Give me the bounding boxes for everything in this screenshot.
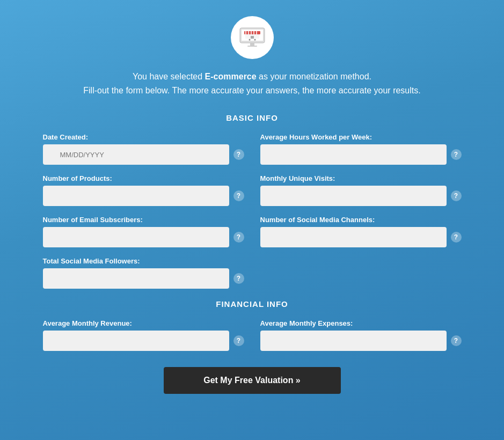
monthly-unique-help-icon[interactable]: ? <box>451 190 462 201</box>
social-channels-input-wrapper: ? <box>260 227 462 247</box>
email-subscribers-group: Number of Email Subscribers: ? <box>43 216 244 247</box>
date-created-group: Date Created: 📅 ? <box>43 133 244 165</box>
email-subscribers-input-wrapper: ? <box>43 227 244 247</box>
avg-hours-label: Average Hours Worked per Week: <box>260 133 462 141</box>
date-created-input-wrapper: 📅 ? <box>43 144 244 165</box>
date-created-label: Date Created: <box>43 133 244 141</box>
social-channels-group: Number of Social Media Channels: ? <box>260 216 462 247</box>
social-followers-group: Total Social Media Followers: ? <box>43 257 244 289</box>
form-row-4: Total Social Media Followers: ? <box>43 257 462 289</box>
svg-point-13 <box>249 39 250 41</box>
monthly-unique-input[interactable] <box>260 186 447 206</box>
social-followers-help-icon[interactable]: ? <box>233 273 244 284</box>
svg-rect-2 <box>250 43 254 46</box>
num-products-input[interactable] <box>43 186 229 206</box>
email-subscribers-help-icon[interactable]: ? <box>233 232 244 243</box>
avg-revenue-help-icon[interactable]: ? <box>233 335 244 346</box>
submit-button[interactable]: Get My Free Valuation » <box>164 367 341 394</box>
svg-rect-12 <box>251 36 254 39</box>
social-channels-input[interactable] <box>260 227 447 247</box>
avg-expenses-label: Average Monthly Expenses: <box>260 319 462 327</box>
monthly-unique-input-wrapper: ? <box>260 186 462 206</box>
num-products-label: Number of Products: <box>43 174 244 182</box>
form-row-3: Number of Email Subscribers: ? Number of… <box>43 216 462 247</box>
financial-info-title: FINANCIAL INFO <box>43 299 462 309</box>
email-subscribers-label: Number of Email Subscribers: <box>43 216 244 224</box>
avg-expenses-help-icon[interactable]: ? <box>451 335 462 346</box>
num-products-group: Number of Products: ? <box>43 174 244 206</box>
avg-hours-help-icon[interactable]: ? <box>451 149 462 160</box>
avg-expenses-input[interactable] <box>260 331 447 351</box>
avg-hours-input-wrapper: ? <box>260 144 462 165</box>
social-followers-label: Total Social Media Followers: <box>43 257 244 265</box>
basic-info-title: BASIC INFO <box>43 113 462 122</box>
email-subscribers-input[interactable] <box>43 227 229 247</box>
num-products-input-wrapper: ? <box>43 186 244 206</box>
avg-expenses-input-wrapper: ? <box>260 331 462 351</box>
social-followers-input[interactable] <box>43 268 229 289</box>
date-wrapper: 📅 <box>43 144 229 165</box>
monthly-unique-label: Monthly Unique Visits: <box>260 174 462 182</box>
intro-text: You have selected E-commerce as your mon… <box>83 70 420 97</box>
avg-hours-input[interactable] <box>260 144 447 165</box>
svg-rect-6 <box>244 31 260 34</box>
form-row-5: Average Monthly Revenue: ? Average Month… <box>43 319 462 351</box>
avg-revenue-label: Average Monthly Revenue: <box>43 319 244 327</box>
avg-revenue-input-wrapper: ? <box>43 331 244 351</box>
avg-revenue-input[interactable] <box>43 331 229 351</box>
form-row-2: Number of Products: ? Monthly Unique Vis… <box>43 174 462 206</box>
num-products-help-icon[interactable]: ? <box>233 190 244 201</box>
svg-rect-3 <box>247 46 257 47</box>
monthly-unique-group: Monthly Unique Visits: ? <box>260 174 462 206</box>
valuation-form: BASIC INFO Date Created: 📅 ? Average Hou… <box>43 113 462 394</box>
date-created-input[interactable] <box>43 144 229 165</box>
social-channels-help-icon[interactable]: ? <box>451 232 462 243</box>
logo-icon <box>231 16 274 59</box>
svg-point-14 <box>254 39 255 41</box>
avg-hours-group: Average Hours Worked per Week: ? <box>260 133 462 165</box>
avg-expenses-group: Average Monthly Expenses: ? <box>260 319 462 351</box>
social-channels-label: Number of Social Media Channels: <box>260 216 462 224</box>
avg-revenue-group: Average Monthly Revenue: ? <box>43 319 244 351</box>
date-created-help-icon[interactable]: ? <box>233 149 244 160</box>
form-row-1: Date Created: 📅 ? Average Hours Worked p… <box>43 133 462 165</box>
social-followers-input-wrapper: ? <box>43 268 244 289</box>
